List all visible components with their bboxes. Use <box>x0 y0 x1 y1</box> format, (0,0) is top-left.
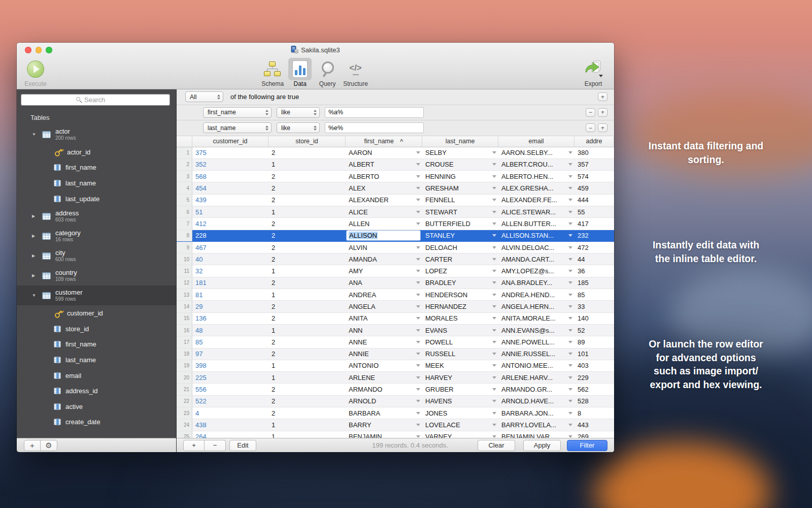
cell-dropdown-icon[interactable] <box>568 175 572 178</box>
table-row[interactable]: 19 398 1 ANTONIO MEEK ANTONIO.MEE... 403 <box>177 360 614 372</box>
cell-dropdown-icon[interactable] <box>492 364 496 367</box>
add-table-button[interactable]: + <box>24 440 41 451</box>
cell-dropdown-icon[interactable] <box>416 435 420 438</box>
sidebar-column-item[interactable]: last_name <box>17 175 176 191</box>
match-selector[interactable]: All <box>185 91 223 102</box>
disclosure-triangle-icon[interactable]: ▶ <box>32 253 38 258</box>
cell-dropdown-icon[interactable] <box>568 270 572 272</box>
cell-dropdown-icon[interactable] <box>416 317 420 320</box>
filter-button[interactable]: Filter <box>567 440 607 451</box>
cell-dropdown-icon[interactable] <box>568 246 572 249</box>
disclosure-triangle-icon[interactable]: ▶ <box>32 273 38 278</box>
column-header-email[interactable]: email <box>498 136 574 147</box>
disclosure-triangle-icon[interactable]: ▶ <box>32 234 38 238</box>
table-row[interactable]: 17 85 2 ANNE POWELL ANNE.POWELL... 89 <box>177 336 614 348</box>
table-row[interactable]: 15 136 2 ANITA MORALES ANITA.MORALE... 1… <box>177 313 614 325</box>
cell-dropdown-icon[interactable] <box>568 376 572 379</box>
cell-dropdown-icon[interactable] <box>416 305 420 308</box>
apply-filter-button[interactable]: Apply <box>523 440 561 451</box>
cell-dropdown-icon[interactable] <box>416 163 420 166</box>
cell-dropdown-icon[interactable] <box>492 412 496 415</box>
table-row[interactable]: 13 81 1 ANDREA HENDERSON ANDREA.HEND... … <box>177 289 614 301</box>
cell-dropdown-icon[interactable] <box>416 364 420 367</box>
table-row[interactable]: 25 264 1 BENJAMIN VARNEY BENJAMIN.VAR...… <box>177 431 614 438</box>
cell-dropdown-icon[interactable] <box>568 199 572 201</box>
sidebar-column-item[interactable]: last_name <box>17 352 176 368</box>
filter-value-input[interactable] <box>325 107 424 118</box>
gear-icon[interactable]: ⚙ <box>41 440 57 451</box>
sidebar-table-item[interactable]: ▶ country 109 rows <box>17 266 176 285</box>
disclosure-triangle-icon[interactable]: ▼ <box>32 132 38 137</box>
add-row-button[interactable]: + <box>183 440 205 451</box>
sidebar-column-item[interactable]: email <box>17 368 176 384</box>
table-row[interactable]: 7 412 2 ALLEN BUTTERFIELD ALLEN.BUTTER..… <box>177 218 614 230</box>
cell-dropdown-icon[interactable] <box>568 305 572 308</box>
table-row[interactable]: 12 181 2 ANA BRADLEY ANA.BRADLEY... 185 <box>177 277 614 289</box>
titlebar[interactable]: Sakila.sqlite3 <box>17 43 614 57</box>
table-row[interactable]: 10 40 2 AMANDA CARTER AMANDA.CART... 44 <box>177 253 614 265</box>
cell-dropdown-icon[interactable] <box>416 412 420 415</box>
table-row[interactable]: 2 352 1 ALBERT CROUSE ALBERT.CROU... 357 <box>177 159 614 171</box>
add-rule-button[interactable]: + <box>598 92 607 101</box>
cell-dropdown-icon[interactable] <box>416 388 420 391</box>
sidebar-table-item[interactable]: ▼ actor 200 rows <box>17 124 176 144</box>
structure-tab[interactable]: </> Structure <box>343 58 368 87</box>
cell-dropdown-icon[interactable] <box>568 400 572 402</box>
table-row[interactable]: 3 568 2 ALBERTO HENNING ALBERTO.HEN... 5… <box>177 171 614 182</box>
clear-filter-button[interactable]: Clear <box>478 440 515 451</box>
sidebar-column-item[interactable]: active <box>17 399 176 415</box>
cell-dropdown-icon[interactable] <box>492 388 496 391</box>
remove-rule-button[interactable]: − <box>586 123 595 132</box>
cell-dropdown-icon[interactable] <box>416 424 420 426</box>
cell-dropdown-icon[interactable] <box>492 353 496 355</box>
table-row[interactable]: 21 556 2 ARMANDO GRUBER ARMANDO.GR... 56… <box>177 384 614 395</box>
cell-dropdown-icon[interactable] <box>416 258 420 261</box>
cell-dropdown-icon[interactable] <box>416 223 420 225</box>
sidebar-table-item[interactable]: ▶ city 600 rows <box>17 246 176 266</box>
column-header-customer-id[interactable]: customer_id <box>192 136 268 147</box>
cell-dropdown-icon[interactable] <box>416 400 420 402</box>
remove-rule-button[interactable]: − <box>586 108 595 117</box>
export-button[interactable]: Export <box>582 58 605 87</box>
cell-dropdown-icon[interactable] <box>416 281 420 284</box>
table-row[interactable]: 24 438 1 BARRY LOVELACE BARRY.LOVELA... … <box>177 419 614 431</box>
sidebar-search-field[interactable] <box>21 94 170 106</box>
cell-dropdown-icon[interactable] <box>492 424 496 426</box>
cell-dropdown-icon[interactable] <box>416 187 420 189</box>
cell-dropdown-icon[interactable] <box>416 151 420 154</box>
cell-dropdown-icon[interactable] <box>492 341 496 343</box>
cell-dropdown-icon[interactable] <box>492 223 496 225</box>
search-input[interactable] <box>84 96 115 104</box>
column-header-address-id[interactable]: addre <box>574 136 614 147</box>
cell-dropdown-icon[interactable] <box>492 281 496 284</box>
cell-dropdown-icon[interactable] <box>492 258 496 261</box>
column-header-last-name[interactable]: last_name <box>422 136 498 147</box>
cell-dropdown-icon[interactable] <box>492 234 496 237</box>
cell-dropdown-icon[interactable] <box>416 270 420 272</box>
cell-dropdown-icon[interactable] <box>568 223 572 225</box>
disclosure-triangle-icon[interactable]: ▶ <box>32 214 38 218</box>
cell-dropdown-icon[interactable] <box>568 412 572 415</box>
cell-dropdown-icon[interactable] <box>568 187 572 189</box>
sidebar-column-item[interactable]: first_name <box>17 160 176 176</box>
cell-dropdown-icon[interactable] <box>492 163 496 166</box>
cell-dropdown-icon[interactable] <box>416 294 420 296</box>
cell-dropdown-icon[interactable] <box>492 376 496 379</box>
column-header-store-id[interactable]: store_id <box>268 136 346 147</box>
table-row[interactable]: 4 454 2 ALEX GRESHAM ALEX.GRESHA... 459 <box>177 182 614 194</box>
query-tab[interactable]: Query <box>316 58 339 87</box>
cell-dropdown-icon[interactable] <box>568 353 572 355</box>
cell-dropdown-icon[interactable] <box>416 353 420 355</box>
cell-dropdown-icon[interactable] <box>492 270 496 272</box>
cell-dropdown-icon[interactable] <box>492 294 496 296</box>
cell-dropdown-icon[interactable] <box>416 341 420 343</box>
disclosure-triangle-icon[interactable]: ▼ <box>32 293 38 298</box>
cell-dropdown-icon[interactable] <box>416 211 420 213</box>
filter-operator-select[interactable]: like <box>277 122 320 133</box>
cell-dropdown-icon[interactable] <box>492 400 496 402</box>
cell-dropdown-icon[interactable] <box>568 388 572 391</box>
cell-dropdown-icon[interactable] <box>492 317 496 320</box>
sidebar-column-item[interactable]: address_id <box>17 383 176 399</box>
cell-dropdown-icon[interactable] <box>492 211 496 213</box>
add-rule-button[interactable]: + <box>598 123 607 132</box>
